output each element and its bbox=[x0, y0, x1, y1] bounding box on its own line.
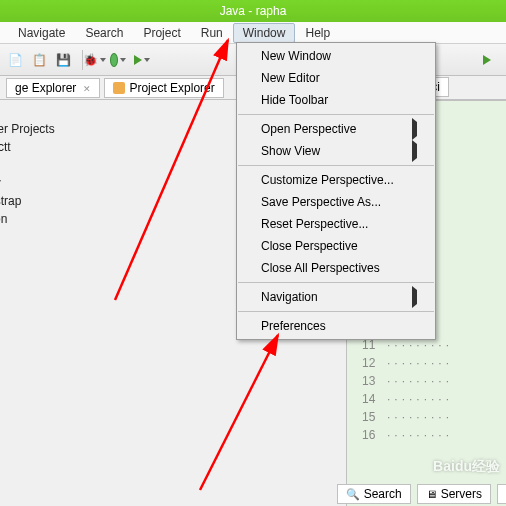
menu-save-perspective[interactable]: Save Perspective As... bbox=[237, 191, 435, 213]
menu-window[interactable]: Window bbox=[233, 23, 296, 43]
chevron-right-icon bbox=[412, 290, 417, 304]
chevron-right-icon bbox=[412, 122, 417, 136]
debug-icon[interactable]: 🐞 bbox=[85, 51, 103, 69]
menu-project[interactable]: Project bbox=[133, 23, 190, 43]
menu-new-editor[interactable]: New Editor bbox=[237, 67, 435, 89]
project-explorer-tab[interactable]: Project Explorer bbox=[104, 78, 223, 98]
window-title: Java - rapha bbox=[220, 4, 287, 18]
menu-run[interactable]: Run bbox=[191, 23, 233, 43]
close-icon[interactable] bbox=[80, 81, 91, 95]
run-icon[interactable] bbox=[109, 51, 127, 69]
menu-separator bbox=[238, 165, 434, 166]
toolbar-icon[interactable]: 📄 bbox=[6, 51, 24, 69]
bottom-view-tabs: 🔍 Search 🖥 Servers ⋯ bbox=[337, 484, 506, 504]
menu-reset-perspective[interactable]: Reset Perspective... bbox=[237, 213, 435, 235]
menu-close-perspective[interactable]: Close Perspective bbox=[237, 235, 435, 257]
tree-item[interactable]: ootstrap bbox=[0, 192, 100, 210]
menu-customize-perspective[interactable]: Customize Perspective... bbox=[237, 169, 435, 191]
chevron-right-icon bbox=[412, 144, 417, 158]
tree-item[interactable]: ython bbox=[0, 210, 100, 228]
menu-new-window[interactable]: New Window bbox=[237, 45, 435, 67]
menu-preferences[interactable]: Preferences bbox=[237, 315, 435, 337]
tree-item[interactable]: rojectt bbox=[0, 138, 100, 156]
menu-close-all-perspectives[interactable]: Close All Perspectives bbox=[237, 257, 435, 279]
menu-hide-toolbar[interactable]: Hide Toolbar bbox=[237, 89, 435, 111]
toolbar-icon[interactable]: 📋 bbox=[30, 51, 48, 69]
toolbar-icon[interactable]: 💾 bbox=[54, 51, 72, 69]
menu-navigate[interactable]: Navigate bbox=[8, 23, 75, 43]
window-menu-dropdown: New Window New Editor Hide Toolbar Open … bbox=[236, 42, 436, 340]
menu-search[interactable]: Search bbox=[75, 23, 133, 43]
project-tree: Other Projects rojectt UI tudy ootstrap … bbox=[0, 120, 100, 228]
menu-navigation[interactable]: Navigation bbox=[237, 286, 435, 308]
menu-help[interactable]: Help bbox=[295, 23, 340, 43]
menu-bar: Navigate Search Project Run Window Help bbox=[0, 22, 506, 44]
run-button[interactable] bbox=[478, 51, 496, 69]
menu-separator bbox=[238, 282, 434, 283]
tree-item[interactable]: Other Projects bbox=[0, 120, 100, 138]
whitespace-dots: ··························· ············… bbox=[387, 336, 453, 444]
watermark: Baidu经验 bbox=[433, 458, 500, 476]
tree-item[interactable]: UI bbox=[0, 156, 100, 174]
menu-separator bbox=[238, 114, 434, 115]
more-tab[interactable]: ⋯ bbox=[497, 484, 506, 504]
title-bar: Java - rapha bbox=[0, 0, 506, 22]
menu-separator bbox=[238, 311, 434, 312]
search-tab[interactable]: 🔍 Search bbox=[337, 484, 411, 504]
servers-tab[interactable]: 🖥 Servers bbox=[417, 484, 491, 504]
line-gutter: 111213 141516 bbox=[362, 336, 375, 444]
menu-show-view[interactable]: Show View bbox=[237, 140, 435, 162]
folder-icon bbox=[113, 82, 125, 94]
run-last-icon[interactable] bbox=[133, 51, 151, 69]
package-explorer-tab[interactable]: ge Explorer bbox=[6, 78, 100, 98]
tree-item[interactable]: tudy bbox=[0, 174, 100, 192]
menu-open-perspective[interactable]: Open Perspective bbox=[237, 118, 435, 140]
